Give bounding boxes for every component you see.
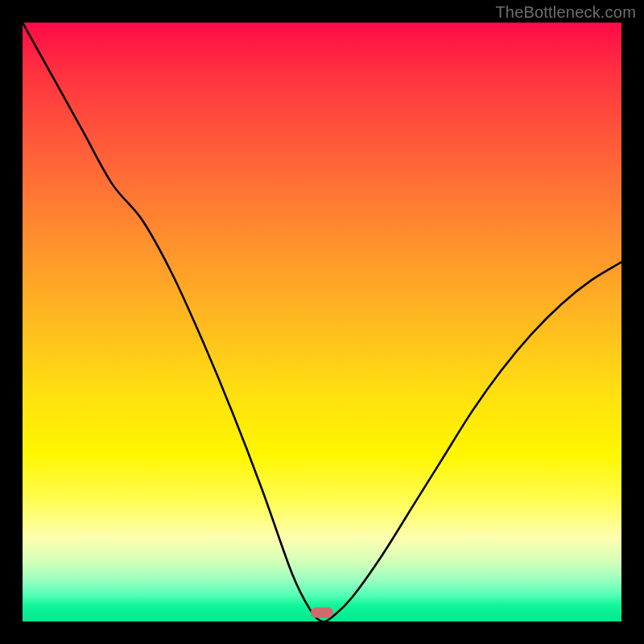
chart-frame: TheBottleneck.com: [0, 0, 644, 644]
optimum-marker: [311, 607, 333, 617]
bottleneck-curve: [23, 23, 621, 621]
plot-area: [23, 23, 621, 621]
watermark-text: TheBottleneck.com: [495, 3, 636, 22]
